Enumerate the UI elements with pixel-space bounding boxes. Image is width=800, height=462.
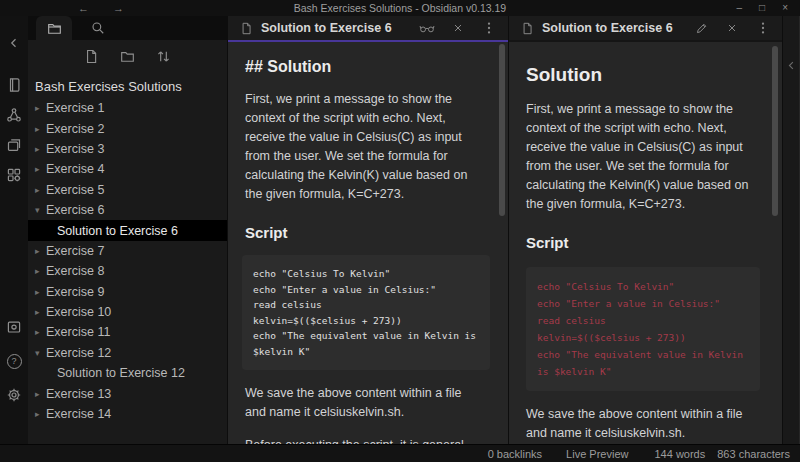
right-sidebar-collapsed: [782, 16, 799, 444]
new-note-icon[interactable]: [83, 47, 101, 65]
folder-item[interactable]: ▸Exercise 2: [28, 118, 227, 138]
close-pane-icon[interactable]: [449, 19, 467, 37]
folder-item[interactable]: ▸Exercise 4: [28, 159, 227, 179]
expand-arrow-icon[interactable]: ▸: [35, 307, 46, 317]
file-explorer-tab[interactable]: [36, 16, 72, 40]
note-icon: [521, 22, 534, 35]
tree-item-label: Exercise 4: [46, 162, 104, 176]
preview-pane: Solution to Exercise 6 Solution First, w…: [508, 16, 782, 444]
help-icon[interactable]: ?: [5, 352, 23, 370]
folder-item[interactable]: ▸Exercise 11: [28, 322, 227, 342]
new-folder-icon[interactable]: [119, 47, 137, 65]
expand-arrow-icon[interactable]: ▸: [35, 409, 46, 419]
expand-arrow-icon[interactable]: ▸: [35, 246, 46, 256]
editor-mode-status[interactable]: Live Preview: [566, 448, 628, 460]
expand-right-sidebar-icon[interactable]: [782, 56, 800, 74]
expand-arrow-icon[interactable]: ▸: [35, 124, 46, 134]
vault-switcher-icon[interactable]: [5, 318, 23, 336]
paragraph: First, we print a message to show the co…: [526, 100, 760, 214]
backlinks-count[interactable]: 0 backlinks: [488, 448, 542, 460]
tree-item-label: Exercise 9: [46, 285, 104, 299]
book-icon[interactable]: [5, 76, 23, 94]
stacked-cards-icon[interactable]: [5, 136, 23, 154]
preview-header-actions: [692, 19, 772, 37]
folder-item[interactable]: ▸Exercise 14: [28, 404, 227, 424]
vault-switcher[interactable]: Bash Exercises Solutions: [28, 76, 227, 98]
graph-view-icon[interactable]: [5, 106, 23, 124]
workspace: ? Bash Exercises: [0, 16, 800, 444]
editor-header-actions: [418, 19, 498, 37]
search-icon: [91, 21, 105, 35]
grid-gear-icon[interactable]: [5, 166, 23, 184]
preview-pane-header[interactable]: Solution to Exercise 6: [509, 16, 782, 40]
paragraph: We save the above content within a file …: [526, 405, 760, 443]
forward-arrow-icon[interactable]: →: [113, 0, 124, 16]
expand-arrow-icon[interactable]: ▸: [35, 287, 46, 297]
edit-view-toggle-icon[interactable]: [692, 19, 710, 37]
expand-arrow-icon[interactable]: ▸: [35, 164, 46, 174]
more-options-icon[interactable]: [754, 19, 772, 37]
sidebar-tabstrip: [28, 16, 227, 40]
close-window-icon[interactable]: ×: [782, 0, 788, 16]
expand-arrow-icon[interactable]: ▸: [35, 327, 46, 337]
folder-item[interactable]: ▸Exercise 5: [28, 180, 227, 200]
file-item[interactable]: Solution to Exercise 6: [28, 220, 227, 240]
tree-item-label: Exercise 14: [46, 407, 111, 421]
maximize-icon[interactable]: □: [759, 0, 765, 16]
folder-item[interactable]: ▸Exercise 3: [28, 139, 227, 159]
close-pane-icon[interactable]: [723, 19, 741, 37]
rendered-heading: Solution: [526, 64, 760, 86]
collapse-arrow-icon[interactable]: ▾: [35, 205, 46, 215]
collapse-arrow-icon[interactable]: ▾: [35, 348, 46, 358]
paragraph: First, we print a message to show the co…: [245, 90, 484, 204]
tree-item-label: Solution to Exercise 12: [57, 366, 185, 380]
left-ribbon: ?: [0, 16, 28, 444]
expand-arrow-icon[interactable]: ▸: [35, 389, 46, 399]
tree-item-label: Exercise 8: [46, 264, 104, 278]
editor-scrollbar[interactable]: [499, 44, 505, 216]
tree-item-label: Exercise 3: [46, 142, 104, 156]
history-nav: ← →: [78, 0, 124, 16]
more-options-icon[interactable]: [480, 19, 498, 37]
search-tab[interactable]: [80, 16, 116, 40]
expand-arrow-icon[interactable]: ▸: [35, 266, 46, 276]
settings-gear-icon[interactable]: [5, 386, 23, 404]
tree-item-label: Exercise 1: [46, 101, 104, 115]
expand-arrow-icon[interactable]: ▸: [35, 185, 46, 195]
folder-item[interactable]: ▸Exercise 13: [28, 383, 227, 403]
code-block: echo "Celsius To Kelvin" echo "Enter a v…: [526, 267, 760, 391]
reading-view-toggle-icon[interactable]: [418, 19, 436, 37]
folder-item[interactable]: ▸Exercise 9: [28, 282, 227, 302]
editor-content[interactable]: ## Solution First, we print a message to…: [228, 42, 508, 444]
tree-item-label: Exercise 6: [46, 203, 104, 217]
preview-content[interactable]: Solution First, we print a message to sh…: [509, 42, 782, 444]
window-controls: – □ ×: [737, 0, 800, 16]
file-item[interactable]: Solution to Exercise 12: [28, 363, 227, 383]
folder-item[interactable]: ▸Exercise 1: [28, 98, 227, 118]
ribbon-top-actions: [5, 76, 23, 184]
code-block: echo "Celsius To Kelvin" echo "Enter a v…: [242, 255, 490, 370]
tree-item-label: Exercise 2: [46, 122, 104, 136]
preview-scrollbar[interactable]: [772, 46, 778, 216]
folder-item[interactable]: ▸Exercise 8: [28, 261, 227, 281]
note-icon: [240, 22, 253, 35]
md-heading: Script: [245, 224, 484, 241]
tree-item-label: Solution to Exercise 6: [57, 224, 178, 238]
folder-item[interactable]: ▸Exercise 7: [28, 241, 227, 261]
minimize-icon[interactable]: –: [737, 0, 743, 16]
expand-arrow-icon[interactable]: ▸: [35, 103, 46, 113]
folder-icon: [47, 21, 62, 36]
tree-item-label: Exercise 10: [46, 305, 111, 319]
question-mark-icon: ?: [7, 354, 22, 369]
collapse-left-sidebar-icon[interactable]: [5, 34, 23, 52]
folder-item[interactable]: ▾Exercise 12: [28, 343, 227, 363]
back-arrow-icon[interactable]: ←: [78, 0, 89, 16]
folder-item[interactable]: ▾Exercise 6: [28, 200, 227, 220]
tree-item-label: Exercise 5: [46, 183, 104, 197]
expand-arrow-icon[interactable]: ▸: [35, 144, 46, 154]
folder-item[interactable]: ▸Exercise 10: [28, 302, 227, 322]
ribbon-bottom-actions: ?: [5, 318, 23, 444]
editor-pane-header[interactable]: Solution to Exercise 6: [228, 16, 508, 40]
sort-order-icon[interactable]: [155, 47, 173, 65]
tree-item-label: Exercise 7: [46, 244, 104, 258]
